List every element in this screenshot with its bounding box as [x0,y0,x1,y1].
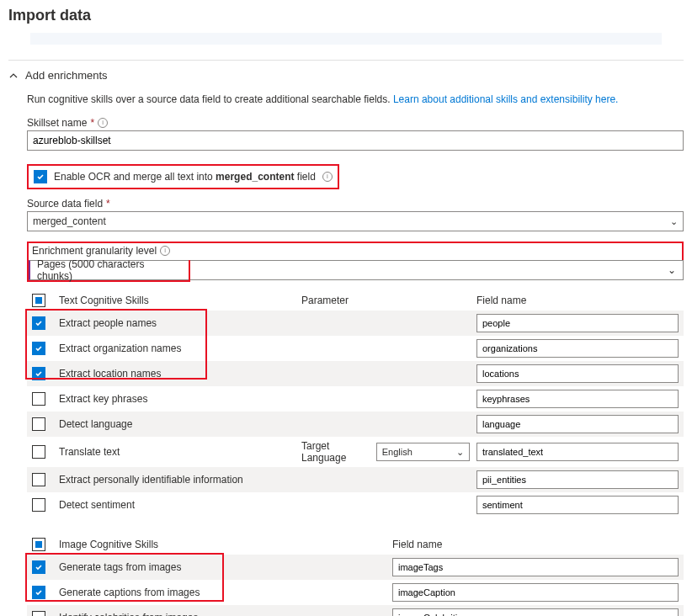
highlight-granularity-value: Pages (5000 characters chunks) [27,260,190,282]
skill-row-locations: Extract location names [27,361,684,386]
generate-captions-checkbox[interactable] [32,586,45,599]
skill-row-pii: Extract personally identifiable informat… [27,467,684,492]
field-input-imagetags[interactable] [392,558,679,576]
enable-ocr-checkbox[interactable] [34,170,47,183]
granularity-select-ext[interactable]: ⌄ [190,260,684,280]
chevron-down-icon: ⌄ [456,447,464,458]
skill-label: Extract location names [59,368,295,380]
image-row-celebrities: Identify celebrities from images [27,605,684,616]
field-input-organizations[interactable] [476,339,679,358]
detect-language-checkbox[interactable] [32,417,45,431]
identify-celebrities-checkbox[interactable] [32,611,45,616]
granularity-label: Enrichment granularity level i [32,245,679,257]
skill-row-language: Detect language [27,412,684,437]
skill-label: Extract personally identifiable informat… [59,474,295,486]
field-input-locations[interactable] [476,364,679,383]
extract-keyphrases-checkbox[interactable] [32,392,45,406]
field-input-sentiment[interactable] [476,496,679,514]
granularity-select[interactable]: Pages (5000 characters chunks) [29,260,189,280]
chevron-down-icon: ⌄ [668,264,676,276]
text-skills-master-checkbox[interactable] [32,294,45,307]
skillset-name-label: Skillset name * i [27,117,684,129]
extract-organizations-checkbox[interactable] [32,342,45,355]
text-skills-table: Text Cognitive Skills Parameter Field na… [27,290,684,518]
extract-pii-checkbox[interactable] [32,473,45,486]
add-enrichments-header[interactable]: Add enrichments [0,61,692,87]
skill-label: Detect language [59,418,295,430]
field-name-header: Field name [476,295,679,306]
image-row-captions: Generate captions from images [27,580,684,605]
skill-row-translate: Translate text Target Language English ⌄ [27,437,684,467]
learn-more-link[interactable]: Learn about additional skills and extens… [393,93,619,105]
skill-row-keyphrases: Extract key phrases [27,386,684,412]
page-title: Import data [0,0,692,29]
field-input-language[interactable] [476,415,679,433]
field-input-pii[interactable] [476,470,679,489]
required-indicator: * [90,117,94,129]
image-skills-master-checkbox[interactable] [32,538,45,551]
text-skills-header: Text Cognitive Skills [59,295,295,306]
generate-tags-checkbox[interactable] [32,560,45,574]
extract-people-checkbox[interactable] [32,316,45,330]
skill-label: Extract people names [59,317,295,329]
info-icon[interactable]: i [98,118,108,128]
skill-label: Identify celebrities from images [59,612,386,616]
skill-row-people: Extract people names [27,311,684,336]
skill-label: Extract organization names [59,343,295,354]
image-row-tags: Generate tags from images [27,555,684,580]
parameter-header: Parameter [301,295,470,306]
info-icon[interactable]: i [160,246,170,256]
detect-sentiment-checkbox[interactable] [32,498,45,512]
section-description: Run cognitive skills over a source data … [27,93,684,105]
skill-label: Generate captions from images [59,587,386,598]
enable-ocr-label: Enable OCR and merge all text into merge… [54,171,316,183]
required-indicator: * [106,198,110,210]
field-input-imagecelebrities[interactable] [392,608,679,616]
skill-label: Generate tags from images [59,561,386,573]
target-language-select[interactable]: English ⌄ [376,443,470,461]
translate-text-checkbox[interactable] [32,445,45,459]
field-name-header: Field name [392,539,679,550]
skill-row-sentiment: Detect sentiment [27,492,684,518]
field-input-keyphrases[interactable] [476,390,679,408]
skillset-name-input[interactable] [27,130,684,151]
highlight-ocr-checkbox: Enable OCR and merge all text into merge… [27,164,339,189]
info-icon[interactable]: i [322,172,333,182]
field-input-translated[interactable] [476,443,679,461]
skill-row-organizations: Extract organization names [27,336,684,361]
skill-label: Translate text [59,446,295,458]
image-skills-header: Image Cognitive Skills [59,539,386,550]
target-language-label: Target Language [301,440,371,464]
highlight-granularity: Enrichment granularity level i [27,242,684,260]
section-title: Add enrichments [25,69,108,82]
field-input-imagecaption[interactable] [392,583,679,602]
extract-locations-checkbox[interactable] [32,367,45,380]
source-field-label: Source data field * [27,198,684,210]
skill-label: Detect sentiment [59,499,295,511]
chevron-up-icon [8,71,19,81]
progress-bar [30,33,662,45]
field-input-people[interactable] [476,314,679,332]
chevron-down-icon: ⌄ [670,216,678,227]
image-skills-table: Image Cognitive Skills Field name Genera… [27,534,684,616]
skill-label: Extract key phrases [59,393,295,405]
source-field-select[interactable]: merged_content ⌄ [27,211,684,231]
